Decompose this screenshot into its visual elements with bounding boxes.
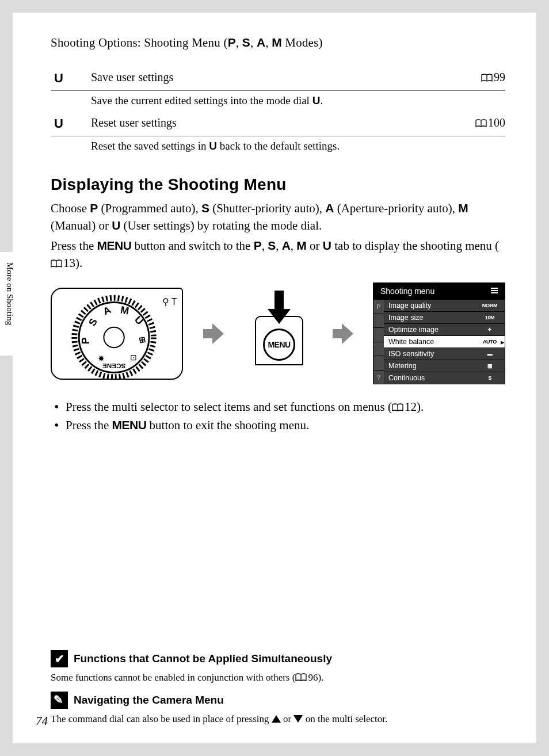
setting-row-reset: U Reset user settings 100 [51,113,505,136]
diagram-row: ⚲ T P S A M U ⊞ SCENE ✸ ⊡ M [51,285,505,383]
book-icon [481,74,493,82]
settings-table: U Save user settings 99 Save the current… [51,67,505,158]
lcd-menu-row: White balanceAUTO▸ [384,335,505,348]
book-icon [51,259,62,268]
svg-text:P: P [80,337,92,344]
page-number: 74 [36,714,48,728]
check-box-icon: ✔ [51,650,68,667]
svg-text:⊡: ⊡ [130,353,137,362]
lcd-menu-row: ISO sensitivity▬ [384,348,505,360]
up-triangle-icon [272,715,281,723]
sidebar-tab: More on Shooting [0,252,16,356]
bullet-list: Press the multi selector to select items… [53,398,505,435]
svg-text:⊞: ⊞ [138,336,147,344]
shooting-menu-screen: Shooting menu P ? Image qualityNORMImage… [373,282,505,384]
svg-text:SCENE: SCENE [102,362,126,369]
paragraph-1: Choose P (Programmed auto), S (Shutter-p… [51,200,505,235]
footnotes: ✔ Functions that Cannot be Applied Simul… [51,643,505,726]
arrow-right-icon [331,322,354,345]
footnote-text-1: Some functions cannot be enabled in conj… [51,671,505,685]
menu-bars-icon [491,287,498,296]
lcd-menu-row: Image qualityNORM [384,299,505,311]
footnote-heading-2: Navigating the Camera Menu [51,692,505,709]
page-content: Shooting Options: Shooting Menu (P, S, A… [13,13,536,743]
book-icon [392,403,403,412]
arrow-right-icon [202,322,225,345]
book-icon [475,119,487,128]
lcd-menu-row: Metering▣ [384,360,505,372]
down-triangle-icon [293,715,303,723]
footnote-text-2: The command dial can also be used in pla… [51,712,505,726]
page-header: Shooting Options: Shooting Menu (P, S, A… [51,36,505,50]
book-icon [295,673,307,682]
svg-text:⚲ T: ⚲ T [162,296,177,306]
svg-point-3 [104,327,124,348]
pencil-box-icon [51,692,68,709]
paragraph-2: Press the MENU button and switch to the … [51,237,505,272]
bullet-item: Press the MENU button to exit the shooti… [53,416,505,435]
lcd-menu-row: Optimize image✦ [384,323,505,335]
lcd-menu-row: Image size10M [384,311,505,323]
mode-dial-illustration: ⚲ T P S A M U ⊞ SCENE ✸ ⊡ [51,288,183,380]
lcd-menu-row: ContinuousS [384,372,505,384]
footnote-heading-1: ✔ Functions that Cannot be Applied Simul… [51,650,505,667]
setting-row-save: U Save user settings 99 [51,67,505,91]
section-heading: Displaying the Shooting Menu [51,175,505,194]
svg-text:✸: ✸ [98,354,105,363]
menu-button-illustration: MENU [243,296,312,371]
bullet-item: Press the multi selector to select items… [53,398,505,417]
